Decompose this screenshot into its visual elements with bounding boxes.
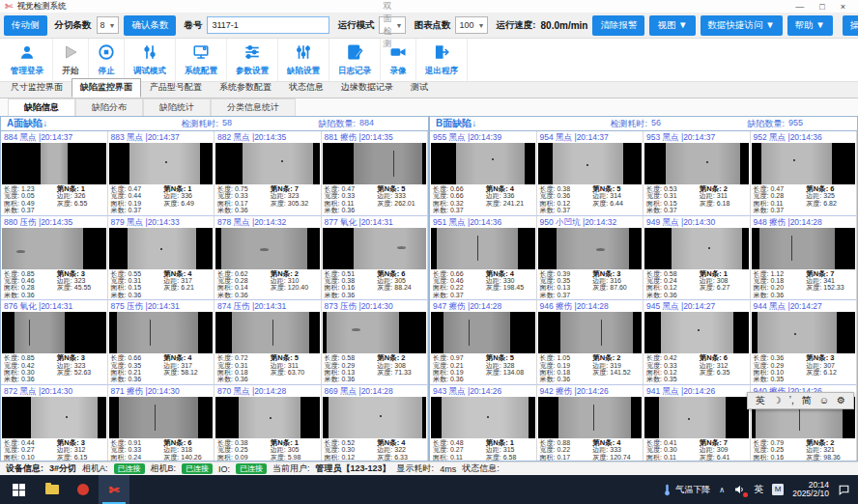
clear-alarm-button[interactable]: 清除报警 <box>592 15 644 36</box>
defect-cell[interactable]: 883 黑点 |20:14:37 长度: 0.47 宽度: 0.44 面积: 0… <box>108 131 215 216</box>
defect-cell[interactable]: 955 黑点 |20:14:39 长度: 0.66 宽度: 0.66 面积: 0… <box>430 131 537 216</box>
defect-cell[interactable]: 878 黑点 |20:14:32 长度: 0.62 宽度: 0.28 面积: 0… <box>214 216 322 301</box>
defect-thumbnail[interactable] <box>2 228 106 269</box>
admin-login-button[interactable]: 管理登录 <box>2 39 53 81</box>
defect-thumbnail[interactable] <box>109 143 214 184</box>
defect-cell[interactable]: 945 黑点 |20:14:27 长度: 0.42 宽度: 0.33 面积: 0… <box>644 300 751 385</box>
defect-cell[interactable]: 884 黑点 |20:14:37 长度: 1.23 宽度: 0.05 面积: 0… <box>1 131 108 216</box>
split-count-select[interactable]: 8▼ <box>97 16 120 34</box>
ime-lang-en[interactable]: 英 <box>756 393 765 408</box>
defect-cell[interactable]: 949 黑点 |20:14:30 长度: 0.58 宽度: 0.24 面积: 0… <box>644 216 751 301</box>
defect-thumbnail[interactable] <box>215 143 320 184</box>
tab-test[interactable]: 测试 <box>402 78 437 98</box>
ime-fullwidth-moon-icon[interactable]: ☽ <box>773 393 782 408</box>
taskbar-input-language[interactable]: 英 <box>754 483 763 496</box>
tab-defect-monitor[interactable]: 缺陷监控界面 <box>72 78 141 98</box>
taskbar-app-red[interactable] <box>68 475 99 504</box>
debug-mode-button[interactable]: 调试模式 <box>125 39 176 81</box>
defect-thumbnail[interactable] <box>323 312 427 353</box>
defect-thumbnail[interactable] <box>2 397 106 438</box>
panel-b-title[interactable]: B面缺陷↓ <box>436 117 611 130</box>
defect-cell[interactable]: 871 擦伤 |20:14:30 长度: 0.91 宽度: 0.33 面积: 0… <box>108 385 215 462</box>
defect-thumbnail[interactable] <box>431 397 535 438</box>
tab-size-monitor[interactable]: 尺寸监控界面 <box>2 78 72 98</box>
defect-cell[interactable]: 880 压伤 |20:14:35 长度: 0.85 宽度: 0.46 面积: 0… <box>1 216 108 301</box>
weather-widget[interactable]: 气温下降 <box>663 484 710 496</box>
run-mode-select[interactable]: 双面检测▼ <box>379 16 406 34</box>
close-button[interactable]: × <box>841 2 845 12</box>
defect-thumbnail[interactable] <box>215 228 320 269</box>
tab-status-info[interactable]: 状态信息 <box>280 78 332 98</box>
defect-thumbnail[interactable] <box>644 312 749 353</box>
panel-a-title[interactable]: A面缺陷↓ <box>7 117 182 130</box>
defect-thumbnail[interactable] <box>215 397 320 438</box>
volume-control[interactable] <box>733 484 745 495</box>
defect-thumbnail[interactable] <box>538 397 643 438</box>
defect-thumbnail[interactable] <box>538 312 643 353</box>
defect-thumbnail[interactable] <box>644 397 749 438</box>
tab-edge-data-record[interactable]: 边缘数据记录 <box>332 78 402 98</box>
drive-side-button[interactable]: 传动侧 <box>4 15 47 36</box>
tab-system-param-config[interactable]: 系统参数配置 <box>211 78 280 98</box>
defect-settings-button[interactable]: 缺陷设置 <box>278 39 329 81</box>
subtab-defect-info[interactable]: 缺陷信息 <box>8 98 75 116</box>
defect-cell[interactable]: 954 黑点 |20:14:37 长度: 0.38 宽度: 0.36 面积: 0… <box>537 131 644 216</box>
taskbar-inspection-app[interactable]: ✄ <box>99 475 129 504</box>
start-menu-button[interactable] <box>0 475 37 504</box>
defect-cell[interactable]: 876 氧化 |20:14:31 长度: 0.85 宽度: 0.42 面积: 0… <box>1 300 108 385</box>
defect-cell[interactable]: 942 擦伤 |20:14:26 长度: 0.88 宽度: 0.22 面积: 0… <box>537 385 644 462</box>
defect-thumbnail[interactable] <box>215 312 320 353</box>
defect-thumbnail[interactable] <box>752 228 856 269</box>
defect-cell[interactable]: 879 黑点 |20:14:33 长度: 0.55 宽度: 0.31 面积: 0… <box>108 216 215 301</box>
defect-thumbnail[interactable] <box>323 397 427 438</box>
taskbar-file-explorer[interactable] <box>37 475 68 504</box>
defect-thumbnail[interactable] <box>538 143 643 184</box>
defect-thumbnail[interactable] <box>109 228 214 269</box>
stop-button[interactable]: 停止 <box>89 39 125 81</box>
ime-settings-gear-icon[interactable]: ⚙ <box>837 393 845 408</box>
defect-thumbnail[interactable] <box>644 228 749 269</box>
parameter-settings-button[interactable]: 参数设置 <box>227 39 278 81</box>
operator-side-button[interactable]: 操作侧 <box>843 15 858 36</box>
exit-program-button[interactable]: 退出程序 <box>416 39 468 81</box>
defect-thumbnail[interactable] <box>431 143 535 184</box>
subtab-class-info-statistics[interactable]: 分类信息统计 <box>211 98 296 116</box>
recording-button[interactable]: 录像 <box>381 39 416 81</box>
defect-cell[interactable]: 947 擦伤 |20:14:28 长度: 0.97 宽度: 0.21 面积: 0… <box>430 300 537 385</box>
defect-thumbnail[interactable] <box>2 312 106 353</box>
confirm-count-button[interactable]: 确认条数 <box>124 15 176 36</box>
log-record-button[interactable]: 日志记录 <box>329 39 381 81</box>
defect-cell[interactable]: 948 擦伤 |20:14:28 长度: 1.12 宽度: 0.18 面积: 0… <box>751 216 858 301</box>
ime-punctuation-toggle[interactable]: ’, <box>789 393 794 408</box>
defect-thumbnail[interactable] <box>323 228 427 269</box>
defect-cell[interactable]: 946 擦伤 |20:14:28 长度: 1.05 宽度: 0.19 面积: 0… <box>537 300 644 385</box>
ime-mode-icon[interactable]: M <box>772 484 784 495</box>
defect-cell[interactable]: 874 压伤 |20:14:31 长度: 0.72 宽度: 0.31 面积: 0… <box>214 300 322 385</box>
defect-cell[interactable]: 953 黑点 |20:14:37 长度: 0.53 宽度: 0.31 面积: 0… <box>644 131 751 216</box>
defect-thumbnail[interactable] <box>2 143 106 184</box>
action-center-icon[interactable] <box>838 484 850 496</box>
defect-cell[interactable]: 881 擦伤 |20:14:35 长度: 0.47 宽度: 0.33 面积: 0… <box>322 131 429 216</box>
defect-thumbnail[interactable] <box>431 228 535 269</box>
defect-cell[interactable]: 872 黑点 |20:14:30 长度: 0.44 宽度: 0.27 面积: 0… <box>1 385 108 462</box>
tray-expand-chevron[interactable]: ∧ <box>719 486 725 494</box>
defect-thumbnail[interactable] <box>752 143 856 184</box>
defect-thumbnail[interactable] <box>644 143 749 184</box>
minimize-button[interactable]: — <box>795 2 804 12</box>
maximize-button[interactable]: □ <box>819 2 824 12</box>
defect-cell[interactable]: 950 小凹坑 |20:14:32 长度: 0.39 宽度: 0.35 面积: … <box>537 216 644 301</box>
defect-cell[interactable]: 944 黑点 |20:14:27 长度: 0.36 宽度: 0.29 面积: 0… <box>751 300 858 385</box>
defect-thumbnail[interactable] <box>109 312 214 353</box>
defect-thumbnail[interactable] <box>538 228 643 269</box>
defect-cell[interactable]: 952 黑点 |20:14:36 长度: 0.47 宽度: 0.28 面积: 0… <box>751 131 858 216</box>
tab-product-model-config[interactable]: 产品型号配置 <box>141 78 211 98</box>
defect-thumbnail[interactable] <box>752 312 856 353</box>
defect-thumbnail[interactable] <box>431 312 535 353</box>
system-config-button[interactable]: 系统配置 <box>176 39 227 81</box>
defect-cell[interactable]: 941 黑点 |20:14:26 长度: 0.41 宽度: 0.30 面积: 0… <box>644 385 751 462</box>
defect-cell[interactable]: 873 压伤 |20:14:30 长度: 0.58 宽度: 0.29 面积: 0… <box>322 300 429 385</box>
view-menu-button[interactable]: 视图 ▼ <box>649 15 695 36</box>
subtab-defect-distribution[interactable]: 缺陷分布 <box>75 98 143 116</box>
defect-cell[interactable]: 877 氧化 |20:14:31 长度: 0.51 宽度: 0.38 面积: 0… <box>322 216 429 301</box>
defect-thumbnail[interactable] <box>323 143 427 184</box>
